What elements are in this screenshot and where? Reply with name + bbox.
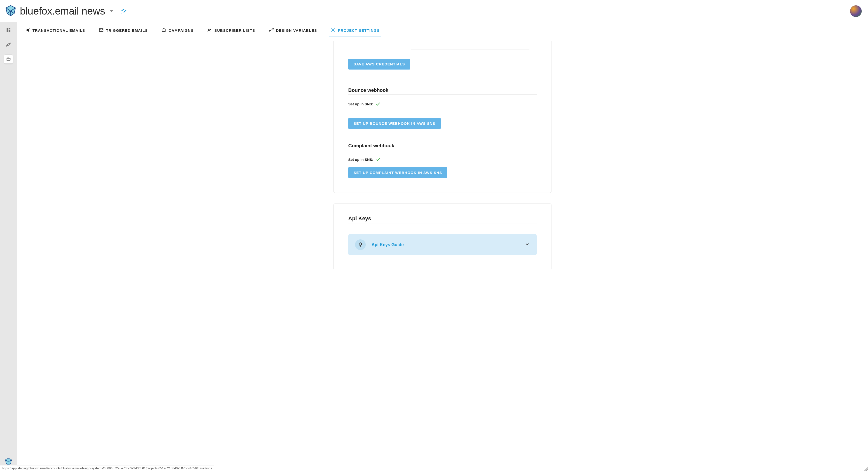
sidebar-item-dashboard[interactable] bbox=[4, 26, 13, 34]
svg-point-4 bbox=[210, 29, 211, 30]
lightbulb-icon bbox=[355, 239, 366, 250]
complaint-webhook-heading: Complaint webhook bbox=[348, 143, 537, 150]
browser-status-url: https://app.staging.bluefox.email/accoun… bbox=[0, 465, 214, 471]
app-logo-icon bbox=[4, 4, 17, 18]
tab-label: Campaigns bbox=[168, 28, 193, 32]
settings-scroll-area[interactable]: Save AWS credentials Bounce webhook Set … bbox=[17, 37, 868, 471]
briefcase-icon bbox=[161, 28, 166, 33]
check-icon bbox=[376, 157, 380, 162]
tab-triggered-emails[interactable]: Triggered Emails bbox=[97, 24, 149, 37]
chevron-down-icon bbox=[110, 10, 113, 12]
tab-campaigns[interactable]: Campaigns bbox=[160, 24, 195, 37]
aws-field-placeholder bbox=[411, 41, 529, 50]
wrench-icon bbox=[269, 28, 274, 33]
tab-design-variables[interactable]: Design Variables bbox=[268, 24, 319, 37]
mail-icon bbox=[99, 28, 104, 33]
project-title: bluefox.email news bbox=[20, 5, 105, 17]
sidebar-item-tools[interactable] bbox=[4, 40, 13, 49]
complaint-status-label: Set up in SNS: bbox=[348, 157, 373, 161]
user-avatar[interactable] bbox=[850, 5, 862, 17]
api-keys-card: Api Keys Api Keys Guide bbox=[334, 204, 552, 270]
tools-icon bbox=[6, 42, 11, 47]
tab-label: Design Variables bbox=[276, 28, 317, 32]
api-keys-guide-expander[interactable]: Api Keys Guide bbox=[348, 234, 537, 255]
aws-settings-card: Save AWS credentials Bounce webhook Set … bbox=[334, 41, 552, 193]
tab-label: Subscriber Lists bbox=[214, 28, 255, 32]
sidebar-item-projects[interactable] bbox=[4, 55, 13, 63]
left-sidebar bbox=[0, 22, 17, 471]
svg-marker-2 bbox=[5, 458, 11, 465]
users-icon bbox=[207, 28, 212, 33]
tab-label: Transactional Emails bbox=[32, 28, 85, 32]
bounce-status-label: Set up in SNS: bbox=[348, 102, 373, 106]
top-bar: bluefox.email news bbox=[0, 0, 868, 22]
folders-icon bbox=[6, 57, 11, 62]
api-keys-guide-title: Api Keys Guide bbox=[372, 242, 404, 247]
setup-bounce-webhook-button[interactable]: Set up bounce webhook in AWS SNS bbox=[348, 118, 441, 129]
magic-wand-button[interactable] bbox=[121, 8, 127, 14]
tab-label: Project Settings bbox=[338, 28, 379, 32]
complaint-status-row: Set up in SNS: bbox=[348, 157, 537, 162]
window-resize-grip-icon[interactable] bbox=[864, 467, 868, 471]
save-aws-credentials-button[interactable]: Save AWS credentials bbox=[348, 59, 410, 69]
svg-point-3 bbox=[208, 29, 210, 30]
api-keys-heading: Api Keys bbox=[348, 215, 537, 224]
tab-project-settings[interactable]: Project Settings bbox=[329, 24, 381, 37]
bounce-status-row: Set up in SNS: bbox=[348, 101, 537, 106]
setup-complaint-webhook-button[interactable]: Set up complaint webhook in AWS SNS bbox=[348, 167, 447, 178]
project-selector[interactable]: bluefox.email news bbox=[4, 4, 113, 18]
chevron-down-icon bbox=[525, 241, 530, 248]
gear-icon bbox=[331, 28, 335, 33]
tab-subscriber-lists[interactable]: Subscriber Lists bbox=[206, 24, 256, 37]
dashboard-icon bbox=[6, 28, 11, 32]
check-icon bbox=[376, 101, 380, 106]
tab-label: Triggered Emails bbox=[106, 28, 148, 32]
bounce-webhook-heading: Bounce webhook bbox=[348, 87, 537, 95]
svg-point-5 bbox=[333, 30, 334, 31]
tab-transactional-emails[interactable]: Transactional Emails bbox=[24, 24, 87, 37]
project-tabs: Transactional Emails Triggered Emails Ca… bbox=[17, 22, 868, 37]
send-icon bbox=[25, 28, 30, 33]
